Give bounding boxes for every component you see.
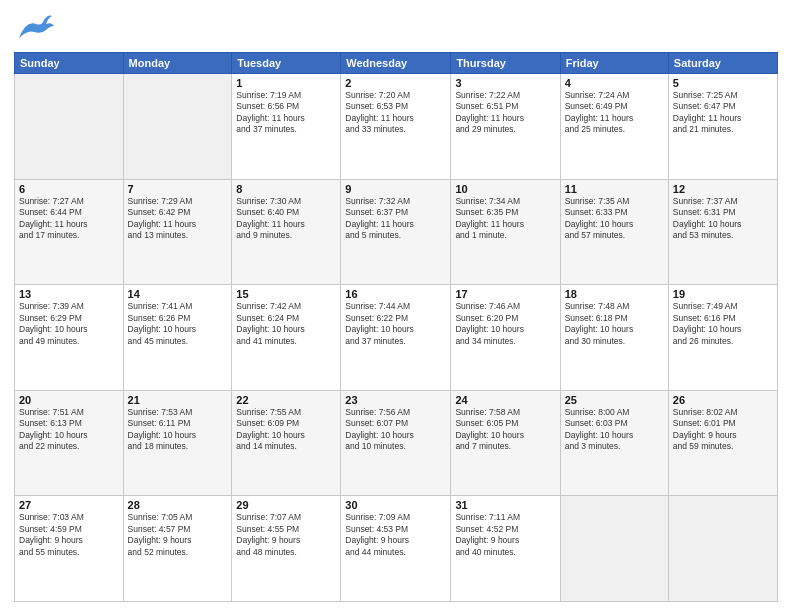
weekday-header-row: SundayMondayTuesdayWednesdayThursdayFrid… — [15, 53, 778, 74]
calendar-cell — [668, 496, 777, 602]
day-detail: Sunrise: 7:05 AM Sunset: 4:57 PM Dayligh… — [128, 512, 228, 558]
day-detail: Sunrise: 7:39 AM Sunset: 6:29 PM Dayligh… — [19, 301, 119, 347]
day-number: 28 — [128, 499, 228, 511]
day-number: 5 — [673, 77, 773, 89]
day-detail: Sunrise: 7:27 AM Sunset: 6:44 PM Dayligh… — [19, 196, 119, 242]
calendar-cell: 14Sunrise: 7:41 AM Sunset: 6:26 PM Dayli… — [123, 285, 232, 391]
day-number: 25 — [565, 394, 664, 406]
cell-content: 20Sunrise: 7:51 AM Sunset: 6:13 PM Dayli… — [19, 394, 119, 453]
day-number: 3 — [455, 77, 555, 89]
calendar-cell: 4Sunrise: 7:24 AM Sunset: 6:49 PM Daylig… — [560, 74, 668, 180]
week-row-1: 1Sunrise: 7:19 AM Sunset: 6:56 PM Daylig… — [15, 74, 778, 180]
day-number: 26 — [673, 394, 773, 406]
day-detail: Sunrise: 7:58 AM Sunset: 6:05 PM Dayligh… — [455, 407, 555, 453]
day-detail: Sunrise: 7:24 AM Sunset: 6:49 PM Dayligh… — [565, 90, 664, 136]
calendar-cell — [560, 496, 668, 602]
cell-content: 5Sunrise: 7:25 AM Sunset: 6:47 PM Daylig… — [673, 77, 773, 136]
calendar-cell: 11Sunrise: 7:35 AM Sunset: 6:33 PM Dayli… — [560, 179, 668, 285]
day-detail: Sunrise: 7:25 AM Sunset: 6:47 PM Dayligh… — [673, 90, 773, 136]
cell-content: 27Sunrise: 7:03 AM Sunset: 4:59 PM Dayli… — [19, 499, 119, 558]
weekday-header-wednesday: Wednesday — [341, 53, 451, 74]
cell-content: 12Sunrise: 7:37 AM Sunset: 6:31 PM Dayli… — [673, 183, 773, 242]
day-detail: Sunrise: 7:42 AM Sunset: 6:24 PM Dayligh… — [236, 301, 336, 347]
cell-content: 4Sunrise: 7:24 AM Sunset: 6:49 PM Daylig… — [565, 77, 664, 136]
day-number: 30 — [345, 499, 446, 511]
cell-content: 23Sunrise: 7:56 AM Sunset: 6:07 PM Dayli… — [345, 394, 446, 453]
week-row-3: 13Sunrise: 7:39 AM Sunset: 6:29 PM Dayli… — [15, 285, 778, 391]
day-number: 7 — [128, 183, 228, 195]
day-number: 10 — [455, 183, 555, 195]
day-number: 2 — [345, 77, 446, 89]
calendar-cell: 26Sunrise: 8:02 AM Sunset: 6:01 PM Dayli… — [668, 390, 777, 496]
cell-content: 8Sunrise: 7:30 AM Sunset: 6:40 PM Daylig… — [236, 183, 336, 242]
cell-content: 21Sunrise: 7:53 AM Sunset: 6:11 PM Dayli… — [128, 394, 228, 453]
day-detail: Sunrise: 8:00 AM Sunset: 6:03 PM Dayligh… — [565, 407, 664, 453]
day-detail: Sunrise: 7:32 AM Sunset: 6:37 PM Dayligh… — [345, 196, 446, 242]
cell-content: 2Sunrise: 7:20 AM Sunset: 6:53 PM Daylig… — [345, 77, 446, 136]
cell-content: 30Sunrise: 7:09 AM Sunset: 4:53 PM Dayli… — [345, 499, 446, 558]
day-number: 19 — [673, 288, 773, 300]
day-detail: Sunrise: 7:30 AM Sunset: 6:40 PM Dayligh… — [236, 196, 336, 242]
day-number: 13 — [19, 288, 119, 300]
day-number: 1 — [236, 77, 336, 89]
day-detail: Sunrise: 7:11 AM Sunset: 4:52 PM Dayligh… — [455, 512, 555, 558]
day-number: 23 — [345, 394, 446, 406]
day-detail: Sunrise: 7:56 AM Sunset: 6:07 PM Dayligh… — [345, 407, 446, 453]
day-number: 22 — [236, 394, 336, 406]
calendar-cell: 13Sunrise: 7:39 AM Sunset: 6:29 PM Dayli… — [15, 285, 124, 391]
calendar-cell: 10Sunrise: 7:34 AM Sunset: 6:35 PM Dayli… — [451, 179, 560, 285]
cell-content: 25Sunrise: 8:00 AM Sunset: 6:03 PM Dayli… — [565, 394, 664, 453]
calendar-cell: 5Sunrise: 7:25 AM Sunset: 6:47 PM Daylig… — [668, 74, 777, 180]
calendar-cell: 17Sunrise: 7:46 AM Sunset: 6:20 PM Dayli… — [451, 285, 560, 391]
calendar-cell: 6Sunrise: 7:27 AM Sunset: 6:44 PM Daylig… — [15, 179, 124, 285]
day-number: 4 — [565, 77, 664, 89]
calendar-cell: 31Sunrise: 7:11 AM Sunset: 4:52 PM Dayli… — [451, 496, 560, 602]
cell-content: 17Sunrise: 7:46 AM Sunset: 6:20 PM Dayli… — [455, 288, 555, 347]
cell-content: 28Sunrise: 7:05 AM Sunset: 4:57 PM Dayli… — [128, 499, 228, 558]
day-number: 27 — [19, 499, 119, 511]
day-number: 21 — [128, 394, 228, 406]
day-number: 8 — [236, 183, 336, 195]
cell-content: 19Sunrise: 7:49 AM Sunset: 6:16 PM Dayli… — [673, 288, 773, 347]
day-detail: Sunrise: 7:37 AM Sunset: 6:31 PM Dayligh… — [673, 196, 773, 242]
day-number: 16 — [345, 288, 446, 300]
day-number: 12 — [673, 183, 773, 195]
day-detail: Sunrise: 7:34 AM Sunset: 6:35 PM Dayligh… — [455, 196, 555, 242]
cell-content: 14Sunrise: 7:41 AM Sunset: 6:26 PM Dayli… — [128, 288, 228, 347]
calendar-cell: 20Sunrise: 7:51 AM Sunset: 6:13 PM Dayli… — [15, 390, 124, 496]
weekday-header-friday: Friday — [560, 53, 668, 74]
day-detail: Sunrise: 7:55 AM Sunset: 6:09 PM Dayligh… — [236, 407, 336, 453]
day-number: 18 — [565, 288, 664, 300]
calendar-cell: 9Sunrise: 7:32 AM Sunset: 6:37 PM Daylig… — [341, 179, 451, 285]
day-detail: Sunrise: 7:53 AM Sunset: 6:11 PM Dayligh… — [128, 407, 228, 453]
cell-content: 31Sunrise: 7:11 AM Sunset: 4:52 PM Dayli… — [455, 499, 555, 558]
cell-content: 22Sunrise: 7:55 AM Sunset: 6:09 PM Dayli… — [236, 394, 336, 453]
header — [14, 10, 778, 46]
cell-content: 3Sunrise: 7:22 AM Sunset: 6:51 PM Daylig… — [455, 77, 555, 136]
calendar-cell: 24Sunrise: 7:58 AM Sunset: 6:05 PM Dayli… — [451, 390, 560, 496]
weekday-header-thursday: Thursday — [451, 53, 560, 74]
cell-content: 24Sunrise: 7:58 AM Sunset: 6:05 PM Dayli… — [455, 394, 555, 453]
calendar-cell: 2Sunrise: 7:20 AM Sunset: 6:53 PM Daylig… — [341, 74, 451, 180]
day-detail: Sunrise: 7:20 AM Sunset: 6:53 PM Dayligh… — [345, 90, 446, 136]
calendar-cell: 22Sunrise: 7:55 AM Sunset: 6:09 PM Dayli… — [232, 390, 341, 496]
weekday-header-saturday: Saturday — [668, 53, 777, 74]
calendar-cell: 28Sunrise: 7:05 AM Sunset: 4:57 PM Dayli… — [123, 496, 232, 602]
day-detail: Sunrise: 7:22 AM Sunset: 6:51 PM Dayligh… — [455, 90, 555, 136]
day-detail: Sunrise: 8:02 AM Sunset: 6:01 PM Dayligh… — [673, 407, 773, 453]
day-detail: Sunrise: 7:03 AM Sunset: 4:59 PM Dayligh… — [19, 512, 119, 558]
week-row-5: 27Sunrise: 7:03 AM Sunset: 4:59 PM Dayli… — [15, 496, 778, 602]
day-number: 29 — [236, 499, 336, 511]
day-number: 11 — [565, 183, 664, 195]
cell-content: 26Sunrise: 8:02 AM Sunset: 6:01 PM Dayli… — [673, 394, 773, 453]
day-number: 24 — [455, 394, 555, 406]
day-detail: Sunrise: 7:44 AM Sunset: 6:22 PM Dayligh… — [345, 301, 446, 347]
cell-content: 11Sunrise: 7:35 AM Sunset: 6:33 PM Dayli… — [565, 183, 664, 242]
cell-content: 7Sunrise: 7:29 AM Sunset: 6:42 PM Daylig… — [128, 183, 228, 242]
calendar-cell: 29Sunrise: 7:07 AM Sunset: 4:55 PM Dayli… — [232, 496, 341, 602]
calendar-cell — [123, 74, 232, 180]
cell-content: 9Sunrise: 7:32 AM Sunset: 6:37 PM Daylig… — [345, 183, 446, 242]
cell-content: 15Sunrise: 7:42 AM Sunset: 6:24 PM Dayli… — [236, 288, 336, 347]
calendar-cell: 25Sunrise: 8:00 AM Sunset: 6:03 PM Dayli… — [560, 390, 668, 496]
cell-content: 18Sunrise: 7:48 AM Sunset: 6:18 PM Dayli… — [565, 288, 664, 347]
